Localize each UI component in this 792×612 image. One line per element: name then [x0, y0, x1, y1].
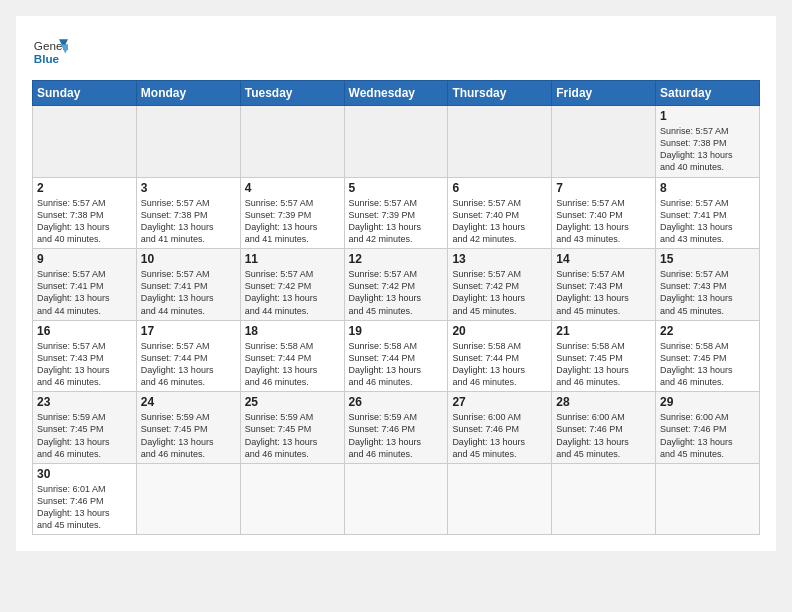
- calendar-cell: 10Sunrise: 5:57 AMSunset: 7:41 PMDayligh…: [136, 249, 240, 321]
- calendar-cell: [552, 106, 656, 178]
- calendar-cell: [344, 106, 448, 178]
- day-number: 1: [660, 109, 755, 123]
- day-number: 22: [660, 324, 755, 338]
- day-number: 17: [141, 324, 236, 338]
- calendar-cell: 18Sunrise: 5:58 AMSunset: 7:44 PMDayligh…: [240, 320, 344, 392]
- calendar-cell: 15Sunrise: 5:57 AMSunset: 7:43 PMDayligh…: [656, 249, 760, 321]
- calendar-page: General Blue SundayMondayTuesdayWednesda…: [16, 16, 776, 551]
- calendar-cell: [33, 106, 137, 178]
- calendar-cell: 25Sunrise: 5:59 AMSunset: 7:45 PMDayligh…: [240, 392, 344, 464]
- logo: General Blue: [32, 32, 68, 68]
- day-info: Sunrise: 5:57 AMSunset: 7:42 PMDaylight:…: [245, 268, 340, 317]
- weekday-header-wednesday: Wednesday: [344, 81, 448, 106]
- day-info: Sunrise: 5:57 AMSunset: 7:41 PMDaylight:…: [660, 197, 755, 246]
- calendar-cell: 11Sunrise: 5:57 AMSunset: 7:42 PMDayligh…: [240, 249, 344, 321]
- calendar-cell: [552, 463, 656, 535]
- day-number: 28: [556, 395, 651, 409]
- day-info: Sunrise: 5:59 AMSunset: 7:46 PMDaylight:…: [349, 411, 444, 460]
- day-info: Sunrise: 5:57 AMSunset: 7:43 PMDaylight:…: [37, 340, 132, 389]
- day-info: Sunrise: 5:59 AMSunset: 7:45 PMDaylight:…: [141, 411, 236, 460]
- day-number: 7: [556, 181, 651, 195]
- calendar-cell: 28Sunrise: 6:00 AMSunset: 7:46 PMDayligh…: [552, 392, 656, 464]
- calendar-week-row: 2Sunrise: 5:57 AMSunset: 7:38 PMDaylight…: [33, 177, 760, 249]
- day-info: Sunrise: 5:59 AMSunset: 7:45 PMDaylight:…: [37, 411, 132, 460]
- day-number: 4: [245, 181, 340, 195]
- day-number: 2: [37, 181, 132, 195]
- weekday-header-friday: Friday: [552, 81, 656, 106]
- calendar-cell: [448, 106, 552, 178]
- day-number: 30: [37, 467, 132, 481]
- day-info: Sunrise: 5:58 AMSunset: 7:44 PMDaylight:…: [452, 340, 547, 389]
- weekday-header-saturday: Saturday: [656, 81, 760, 106]
- calendar-cell: 19Sunrise: 5:58 AMSunset: 7:44 PMDayligh…: [344, 320, 448, 392]
- day-number: 8: [660, 181, 755, 195]
- calendar-cell: 21Sunrise: 5:58 AMSunset: 7:45 PMDayligh…: [552, 320, 656, 392]
- calendar-cell: 26Sunrise: 5:59 AMSunset: 7:46 PMDayligh…: [344, 392, 448, 464]
- day-number: 21: [556, 324, 651, 338]
- day-info: Sunrise: 5:57 AMSunset: 7:42 PMDaylight:…: [349, 268, 444, 317]
- calendar-cell: 22Sunrise: 5:58 AMSunset: 7:45 PMDayligh…: [656, 320, 760, 392]
- day-info: Sunrise: 5:57 AMSunset: 7:39 PMDaylight:…: [349, 197, 444, 246]
- day-info: Sunrise: 5:58 AMSunset: 7:44 PMDaylight:…: [349, 340, 444, 389]
- calendar-week-row: 1Sunrise: 5:57 AMSunset: 7:38 PMDaylight…: [33, 106, 760, 178]
- weekday-header-sunday: Sunday: [33, 81, 137, 106]
- day-number: 13: [452, 252, 547, 266]
- day-number: 6: [452, 181, 547, 195]
- day-number: 26: [349, 395, 444, 409]
- calendar-table: SundayMondayTuesdayWednesdayThursdayFrid…: [32, 80, 760, 535]
- day-info: Sunrise: 5:58 AMSunset: 7:44 PMDaylight:…: [245, 340, 340, 389]
- day-info: Sunrise: 5:57 AMSunset: 7:42 PMDaylight:…: [452, 268, 547, 317]
- calendar-week-row: 23Sunrise: 5:59 AMSunset: 7:45 PMDayligh…: [33, 392, 760, 464]
- day-number: 19: [349, 324, 444, 338]
- weekday-header-tuesday: Tuesday: [240, 81, 344, 106]
- calendar-week-row: 16Sunrise: 5:57 AMSunset: 7:43 PMDayligh…: [33, 320, 760, 392]
- day-info: Sunrise: 5:57 AMSunset: 7:38 PMDaylight:…: [141, 197, 236, 246]
- calendar-cell: 3Sunrise: 5:57 AMSunset: 7:38 PMDaylight…: [136, 177, 240, 249]
- day-info: Sunrise: 5:57 AMSunset: 7:38 PMDaylight:…: [37, 197, 132, 246]
- calendar-cell: 2Sunrise: 5:57 AMSunset: 7:38 PMDaylight…: [33, 177, 137, 249]
- weekday-header-monday: Monday: [136, 81, 240, 106]
- weekday-header-thursday: Thursday: [448, 81, 552, 106]
- calendar-cell: [136, 106, 240, 178]
- day-number: 12: [349, 252, 444, 266]
- calendar-week-row: 30Sunrise: 6:01 AMSunset: 7:46 PMDayligh…: [33, 463, 760, 535]
- calendar-cell: 30Sunrise: 6:01 AMSunset: 7:46 PMDayligh…: [33, 463, 137, 535]
- calendar-cell: 1Sunrise: 5:57 AMSunset: 7:38 PMDaylight…: [656, 106, 760, 178]
- day-info: Sunrise: 5:57 AMSunset: 7:38 PMDaylight:…: [660, 125, 755, 174]
- day-info: Sunrise: 5:57 AMSunset: 7:41 PMDaylight:…: [141, 268, 236, 317]
- day-info: Sunrise: 6:00 AMSunset: 7:46 PMDaylight:…: [660, 411, 755, 460]
- day-info: Sunrise: 5:58 AMSunset: 7:45 PMDaylight:…: [556, 340, 651, 389]
- calendar-cell: 12Sunrise: 5:57 AMSunset: 7:42 PMDayligh…: [344, 249, 448, 321]
- calendar-cell: 9Sunrise: 5:57 AMSunset: 7:41 PMDaylight…: [33, 249, 137, 321]
- weekday-header-row: SundayMondayTuesdayWednesdayThursdayFrid…: [33, 81, 760, 106]
- calendar-cell: 6Sunrise: 5:57 AMSunset: 7:40 PMDaylight…: [448, 177, 552, 249]
- day-number: 15: [660, 252, 755, 266]
- calendar-cell: 24Sunrise: 5:59 AMSunset: 7:45 PMDayligh…: [136, 392, 240, 464]
- day-number: 3: [141, 181, 236, 195]
- calendar-cell: 23Sunrise: 5:59 AMSunset: 7:45 PMDayligh…: [33, 392, 137, 464]
- day-number: 9: [37, 252, 132, 266]
- day-info: Sunrise: 5:58 AMSunset: 7:45 PMDaylight:…: [660, 340, 755, 389]
- calendar-cell: [136, 463, 240, 535]
- day-number: 25: [245, 395, 340, 409]
- day-number: 16: [37, 324, 132, 338]
- calendar-cell: 27Sunrise: 6:00 AMSunset: 7:46 PMDayligh…: [448, 392, 552, 464]
- day-number: 10: [141, 252, 236, 266]
- calendar-cell: 20Sunrise: 5:58 AMSunset: 7:44 PMDayligh…: [448, 320, 552, 392]
- day-info: Sunrise: 5:57 AMSunset: 7:41 PMDaylight:…: [37, 268, 132, 317]
- day-number: 27: [452, 395, 547, 409]
- day-info: Sunrise: 6:00 AMSunset: 7:46 PMDaylight:…: [556, 411, 651, 460]
- calendar-week-row: 9Sunrise: 5:57 AMSunset: 7:41 PMDaylight…: [33, 249, 760, 321]
- calendar-cell: 5Sunrise: 5:57 AMSunset: 7:39 PMDaylight…: [344, 177, 448, 249]
- calendar-cell: [448, 463, 552, 535]
- calendar-cell: [344, 463, 448, 535]
- day-number: 23: [37, 395, 132, 409]
- day-number: 24: [141, 395, 236, 409]
- day-number: 11: [245, 252, 340, 266]
- logo-icon: General Blue: [32, 32, 68, 68]
- day-number: 29: [660, 395, 755, 409]
- header: General Blue: [32, 32, 760, 68]
- calendar-cell: [656, 463, 760, 535]
- day-info: Sunrise: 6:01 AMSunset: 7:46 PMDaylight:…: [37, 483, 132, 532]
- day-number: 18: [245, 324, 340, 338]
